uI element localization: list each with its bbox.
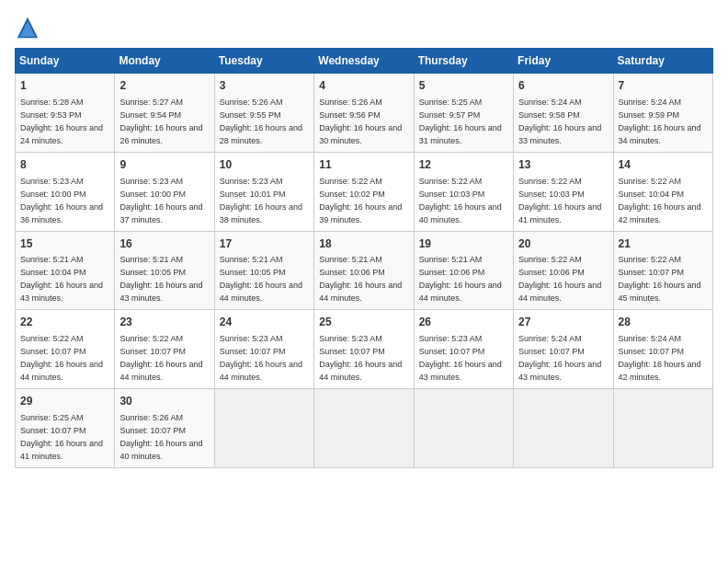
calendar-cell: 25Sunrise: 5:23 AMSunset: 10:07 PMDaylig… (314, 310, 414, 389)
day-sunset: Sunset: 10:01 PM (220, 190, 286, 199)
day-daylight: Daylight: 16 hours and 36 minutes. (20, 202, 103, 224)
calendar-cell: 11Sunrise: 5:22 AMSunset: 10:02 PMDaylig… (314, 152, 414, 231)
day-daylight: Daylight: 16 hours and 37 minutes. (119, 202, 202, 224)
day-number: 21 (619, 236, 708, 252)
day-sunrise: Sunrise: 5:22 AM (20, 334, 84, 343)
day-sunset: Sunset: 10:07 PM (119, 426, 186, 435)
calendar-header-row: SundayMondayTuesdayWednesdayThursdayFrid… (16, 49, 713, 74)
day-daylight: Daylight: 16 hours and 41 minutes. (20, 439, 103, 461)
calendar-cell: 7Sunrise: 5:24 AMSunset: 9:59 PMDaylight… (613, 74, 712, 153)
calendar-cell: 10Sunrise: 5:23 AMSunset: 10:01 PMDaylig… (214, 152, 313, 231)
calendar-cell: 8Sunrise: 5:23 AMSunset: 10:00 PMDayligh… (16, 152, 115, 231)
calendar-cell: 2Sunrise: 5:27 AMSunset: 9:54 PMDaylight… (115, 74, 214, 153)
day-sunrise: Sunrise: 5:24 AM (619, 98, 682, 107)
day-sunrise: Sunrise: 5:24 AM (518, 98, 582, 107)
day-sunset: Sunset: 10:05 PM (220, 268, 286, 277)
day-sunrise: Sunrise: 5:26 AM (119, 413, 183, 422)
day-sunset: Sunset: 10:07 PM (619, 268, 685, 277)
day-sunrise: Sunrise: 5:23 AM (20, 177, 84, 186)
day-sunset: Sunset: 10:07 PM (119, 347, 186, 356)
calendar-header-friday: Friday (514, 49, 613, 74)
day-sunset: Sunset: 10:04 PM (619, 190, 685, 199)
day-daylight: Daylight: 16 hours and 44 minutes. (119, 360, 202, 382)
day-sunrise: Sunrise: 5:21 AM (220, 255, 283, 264)
day-daylight: Daylight: 16 hours and 41 minutes. (518, 202, 601, 224)
calendar-cell: 1Sunrise: 5:28 AMSunset: 9:53 PMDaylight… (16, 74, 115, 153)
day-sunset: Sunset: 10:07 PM (319, 347, 385, 356)
day-sunrise: Sunrise: 5:24 AM (518, 334, 582, 343)
calendar-cell: 16Sunrise: 5:21 AMSunset: 10:05 PMDaylig… (115, 231, 214, 310)
day-sunset: Sunset: 10:07 PM (20, 347, 86, 356)
day-sunrise: Sunrise: 5:23 AM (419, 334, 483, 343)
day-sunrise: Sunrise: 5:26 AM (220, 98, 283, 107)
calendar-cell: 4Sunrise: 5:26 AMSunset: 9:56 PMDaylight… (314, 74, 414, 153)
day-sunrise: Sunrise: 5:22 AM (619, 177, 682, 186)
day-number: 29 (20, 394, 109, 409)
day-daylight: Daylight: 16 hours and 44 minutes. (518, 281, 601, 303)
day-sunrise: Sunrise: 5:28 AM (20, 98, 84, 107)
day-number: 25 (319, 315, 408, 330)
calendar-cell: 21Sunrise: 5:22 AMSunset: 10:07 PMDaylig… (613, 231, 712, 310)
day-daylight: Daylight: 16 hours and 44 minutes. (20, 360, 103, 382)
day-number: 7 (619, 78, 708, 94)
day-sunset: Sunset: 10:07 PM (419, 347, 485, 356)
day-sunset: Sunset: 10:06 PM (518, 268, 585, 277)
day-number: 17 (220, 236, 309, 252)
calendar-cell: 29Sunrise: 5:25 AMSunset: 10:07 PMDaylig… (16, 389, 115, 468)
calendar-cell: 30Sunrise: 5:26 AMSunset: 10:07 PMDaylig… (115, 389, 214, 468)
day-number: 2 (119, 78, 209, 94)
day-daylight: Daylight: 16 hours and 43 minutes. (119, 281, 202, 303)
day-number: 19 (419, 236, 508, 252)
day-sunset: Sunset: 9:53 PM (20, 110, 82, 120)
day-sunset: Sunset: 10:02 PM (319, 190, 385, 199)
day-sunrise: Sunrise: 5:25 AM (419, 98, 483, 107)
day-sunset: Sunset: 10:07 PM (220, 347, 286, 356)
day-sunset: Sunset: 9:56 PM (319, 110, 381, 120)
day-sunrise: Sunrise: 5:22 AM (319, 177, 382, 186)
calendar-week-row: 29Sunrise: 5:25 AMSunset: 10:07 PMDaylig… (16, 389, 713, 468)
day-number: 10 (220, 157, 309, 173)
day-sunrise: Sunrise: 5:22 AM (518, 255, 582, 264)
day-daylight: Daylight: 16 hours and 26 minutes. (119, 123, 202, 145)
day-number: 8 (20, 157, 109, 173)
day-number: 1 (20, 78, 109, 94)
calendar-cell (314, 389, 414, 468)
day-sunset: Sunset: 10:03 PM (419, 190, 485, 199)
day-daylight: Daylight: 16 hours and 24 minutes. (20, 123, 103, 145)
calendar-cell: 9Sunrise: 5:23 AMSunset: 10:00 PMDayligh… (115, 152, 214, 231)
day-daylight: Daylight: 16 hours and 43 minutes. (20, 281, 103, 303)
day-sunrise: Sunrise: 5:26 AM (319, 98, 382, 107)
calendar-cell: 24Sunrise: 5:23 AMSunset: 10:07 PMDaylig… (214, 310, 313, 389)
day-daylight: Daylight: 16 hours and 44 minutes. (220, 281, 302, 303)
calendar-week-row: 1Sunrise: 5:28 AMSunset: 9:53 PMDaylight… (16, 74, 713, 153)
day-number: 26 (419, 315, 508, 330)
day-daylight: Daylight: 16 hours and 44 minutes. (319, 281, 402, 303)
day-sunset: Sunset: 10:06 PM (419, 268, 485, 277)
calendar-cell: 13Sunrise: 5:22 AMSunset: 10:03 PMDaylig… (514, 152, 613, 231)
day-number: 24 (220, 315, 309, 330)
calendar-week-row: 15Sunrise: 5:21 AMSunset: 10:04 PMDaylig… (16, 231, 713, 310)
calendar-cell: 6Sunrise: 5:24 AMSunset: 9:58 PMDaylight… (514, 74, 613, 153)
page-header (15, 15, 713, 40)
day-daylight: Daylight: 16 hours and 40 minutes. (119, 439, 202, 461)
day-sunrise: Sunrise: 5:23 AM (220, 177, 283, 186)
day-sunset: Sunset: 10:03 PM (518, 190, 585, 199)
logo (15, 15, 44, 40)
calendar-header-wednesday: Wednesday (314, 49, 414, 74)
day-sunset: Sunset: 9:54 PM (119, 110, 181, 120)
calendar-table: SundayMondayTuesdayWednesdayThursdayFrid… (15, 48, 713, 468)
day-daylight: Daylight: 16 hours and 33 minutes. (518, 123, 601, 145)
calendar-header-thursday: Thursday (414, 49, 513, 74)
calendar-cell: 15Sunrise: 5:21 AMSunset: 10:04 PMDaylig… (16, 231, 115, 310)
calendar-cell: 18Sunrise: 5:21 AMSunset: 10:06 PMDaylig… (314, 231, 414, 310)
day-sunrise: Sunrise: 5:21 AM (419, 255, 483, 264)
day-sunset: Sunset: 10:00 PM (20, 190, 86, 199)
day-number: 3 (220, 78, 309, 94)
calendar-cell: 12Sunrise: 5:22 AMSunset: 10:03 PMDaylig… (414, 152, 513, 231)
calendar-header-saturday: Saturday (613, 49, 712, 74)
day-sunset: Sunset: 10:06 PM (319, 268, 385, 277)
day-daylight: Daylight: 16 hours and 43 minutes. (518, 360, 601, 382)
calendar-cell (414, 389, 513, 468)
day-sunset: Sunset: 9:57 PM (419, 110, 481, 120)
day-number: 27 (518, 315, 608, 330)
